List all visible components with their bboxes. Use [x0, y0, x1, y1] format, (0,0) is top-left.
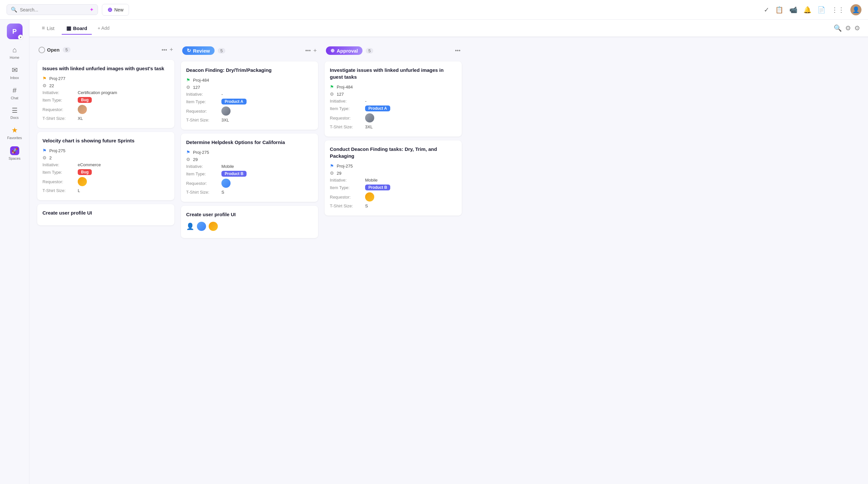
card-approval-1[interactable]: Investigate issues with linked unfurled …: [324, 61, 462, 137]
add-view-button[interactable]: + Add: [94, 24, 113, 33]
approval-icon: ⊕: [331, 48, 335, 54]
workspace-chevron-icon: ▾: [18, 35, 23, 40]
card-title: Investigate issues with linked unfurled …: [330, 67, 457, 80]
search-box[interactable]: 🔍 ✦: [6, 4, 98, 15]
check-circle-icon[interactable]: ✓: [764, 6, 769, 14]
search-input[interactable]: [20, 7, 87, 12]
card-requestor-row: Requestor:: [186, 179, 313, 188]
more-icon[interactable]: •••: [455, 48, 461, 54]
card-itemtype-row: Item Type: Product B: [186, 171, 313, 177]
card-open-1[interactable]: Issues with linked unfurled images with …: [37, 60, 175, 128]
search-subheader-icon[interactable]: 🔍: [834, 24, 842, 32]
sidebar-item-chat[interactable]: # Chat: [3, 84, 27, 102]
card-tshirt-row: T-Shirt Size: L: [42, 188, 169, 193]
add-card-icon[interactable]: +: [313, 47, 317, 54]
card-requestor-row: Requestor:: [186, 107, 313, 116]
open-status-dot: [38, 47, 45, 53]
card-tshirt-row: T-Shirt Size: S: [186, 190, 313, 195]
card-review-3[interactable]: Create user profile UI 👤: [181, 206, 318, 238]
sidebar-item-docs[interactable]: ☰ Docs: [3, 104, 27, 122]
main-layout: P ▾ ⌂ Home ✉ Inbox # Chat ☰ Docs ★ Favor…: [0, 20, 868, 484]
inbox-icon: ✉: [12, 66, 18, 74]
search-icon: 🔍: [11, 6, 17, 13]
card-points: 2: [49, 155, 52, 160]
column-header-open: Open 5 ••• +: [37, 44, 175, 56]
requestor-avatar: [221, 107, 230, 116]
requestor-avatar: [221, 179, 230, 188]
card-avatars-row: 👤: [186, 222, 313, 231]
points-icon: ⚙: [42, 83, 47, 88]
avatar-1: [197, 222, 206, 231]
card-tshirt: 3XL: [365, 124, 373, 129]
column-open: Open 5 ••• + Issues with linked unfurled…: [37, 44, 175, 478]
tab-board[interactable]: ▦ Board: [62, 23, 92, 35]
new-button[interactable]: ⊕ New: [102, 4, 129, 16]
card-points-row: ⚙ 2: [42, 155, 169, 160]
calendar-icon[interactable]: 📋: [775, 6, 783, 14]
card-points: 22: [49, 83, 54, 88]
card-approval-2[interactable]: Conduct Deacon Finding tasks: Dry, Trim,…: [324, 141, 462, 216]
review-col-actions[interactable]: ••• +: [305, 47, 317, 54]
card-requestor-row: Requestor:: [330, 113, 457, 122]
favorites-label: Favorites: [7, 136, 22, 140]
sidebar-item-home[interactable]: ⌂ Home: [3, 43, 27, 62]
spaces-label: Spaces: [8, 156, 21, 160]
card-project-row: ⚑ Proj-275: [42, 148, 169, 153]
column-review: ↻ Review 5 ••• + Deacon Finding: Dry/Tri…: [181, 44, 318, 478]
home-label: Home: [10, 56, 19, 59]
favorites-icon: ★: [11, 126, 18, 134]
person-icon: 👤: [186, 222, 194, 230]
card-tshirt: S: [221, 190, 224, 195]
more-icon[interactable]: •••: [162, 47, 167, 53]
list-tab-icon: ≡: [42, 25, 45, 31]
plus-circle-icon: ⊕: [107, 6, 112, 13]
card-project-row: ⚑ Proj-484: [330, 84, 457, 89]
grid-icon[interactable]: ⋮⋮: [831, 6, 844, 14]
card-requestor-row: Requestor:: [330, 192, 457, 202]
card-tshirt: S: [365, 204, 368, 208]
card-title: Determine Helpdesk Options for Californi…: [186, 139, 313, 146]
sidebar: P ▾ ⌂ Home ✉ Inbox # Chat ☰ Docs ★ Favor…: [0, 20, 29, 484]
card-tshirt-row: T-Shirt Size: 3XL: [186, 118, 313, 122]
card-tshirt-row: T-Shirt Size: S: [330, 204, 457, 208]
card-tshirt-row: T-Shirt Size: 3XL: [330, 124, 457, 129]
video-icon[interactable]: 📹: [789, 6, 798, 14]
settings-icon[interactable]: ⚙: [854, 24, 860, 32]
card-initiative: Certification program: [78, 90, 117, 95]
card-tshirt-row: T-Shirt Size: XL: [42, 116, 169, 121]
sidebar-item-spaces[interactable]: 🚀 Spaces: [3, 144, 27, 163]
document-icon[interactable]: 📄: [817, 6, 826, 14]
flag-icon: ⚑: [186, 78, 190, 83]
workspace-button[interactable]: P ▾: [7, 24, 23, 39]
board-tab-icon: ▦: [66, 25, 71, 31]
card-title: Deacon Finding: Dry/Trim/Packaging: [186, 67, 313, 73]
card-project-row: ⚑ Proj-275: [186, 150, 313, 155]
tab-list[interactable]: ≡ List: [37, 23, 59, 34]
alarm-icon[interactable]: 🔔: [803, 6, 811, 14]
card-initiative-row: Initiative: Certification program: [42, 90, 169, 95]
home-icon: ⌂: [12, 46, 17, 54]
points-icon: ⚙: [186, 157, 190, 162]
card-review-1[interactable]: Deacon Finding: Dry/Trim/Packaging ⚑ Pro…: [181, 61, 318, 130]
user-avatar[interactable]: 👤: [850, 4, 862, 16]
card-review-2[interactable]: Determine Helpdesk Options for Californi…: [181, 133, 318, 202]
subheader: ≡ List ▦ Board + Add 🔍 ⚙ ⚙: [29, 20, 868, 37]
points-icon: ⚙: [330, 91, 334, 97]
card-open-2[interactable]: Velocity chart is showing future Sprints…: [37, 132, 175, 200]
points-icon: ⚙: [42, 155, 47, 160]
open-col-actions[interactable]: ••• +: [162, 47, 173, 53]
approval-col-actions[interactable]: •••: [455, 48, 461, 54]
approval-status-badge: ⊕ Approval: [326, 47, 363, 55]
more-icon[interactable]: •••: [305, 48, 311, 54]
sidebar-item-favorites[interactable]: ★ Favorites: [3, 123, 27, 142]
card-points-row: ⚙ 29: [186, 157, 313, 162]
card-project: Proj-484: [337, 85, 353, 89]
card-project-row: ⚑ Proj-275: [330, 163, 457, 169]
card-project-row: ⚑ Proj-277: [42, 76, 169, 81]
filter-icon[interactable]: ⚙: [845, 24, 851, 32]
card-initiative-row: Initiative: -: [186, 92, 313, 97]
sidebar-item-inbox[interactable]: ✉ Inbox: [3, 63, 27, 82]
column-approval: ⊕ Approval 5 ••• Investigate issues with…: [324, 44, 462, 478]
card-open-3[interactable]: Create user profile UI: [37, 204, 175, 225]
add-card-icon[interactable]: +: [169, 47, 173, 53]
